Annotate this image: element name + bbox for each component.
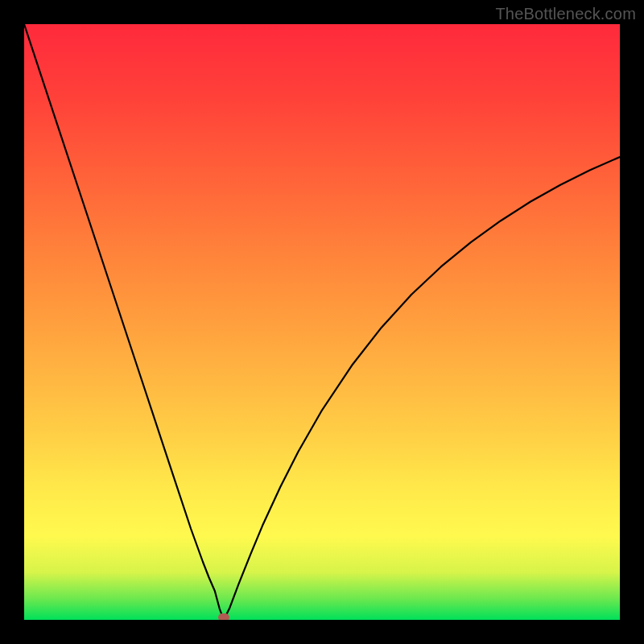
watermark-text: TheBottleneck.com <box>495 5 636 23</box>
minimum-marker <box>218 613 229 620</box>
bottleneck-curve <box>24 24 620 620</box>
chart-frame: TheBottleneck.com <box>0 0 644 644</box>
plot-area <box>24 24 620 620</box>
